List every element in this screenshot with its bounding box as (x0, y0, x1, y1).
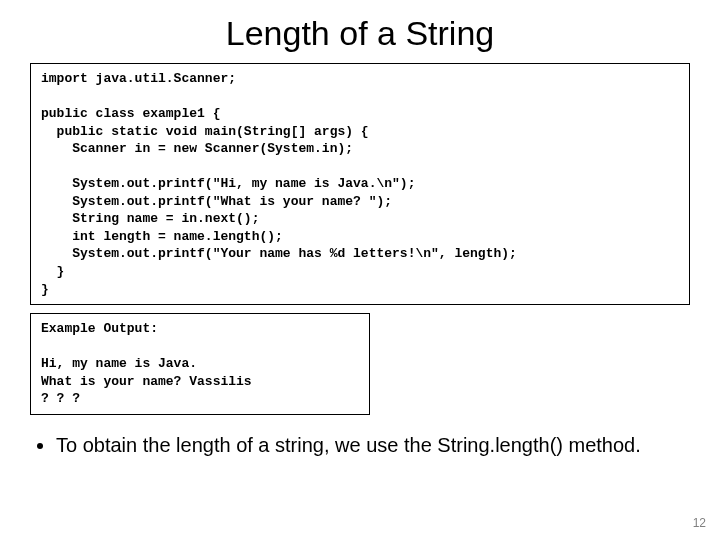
slide-title: Length of a String (30, 14, 690, 53)
output-block: Example Output: Hi, my name is Java. Wha… (30, 313, 370, 415)
bullet-list: To obtain the length of a string, we use… (30, 433, 690, 457)
bullet-item: To obtain the length of a string, we use… (56, 433, 690, 457)
page-number: 12 (693, 516, 706, 530)
code-block: import java.util.Scanner; public class e… (30, 63, 690, 305)
slide: Length of a String import java.util.Scan… (0, 0, 720, 540)
